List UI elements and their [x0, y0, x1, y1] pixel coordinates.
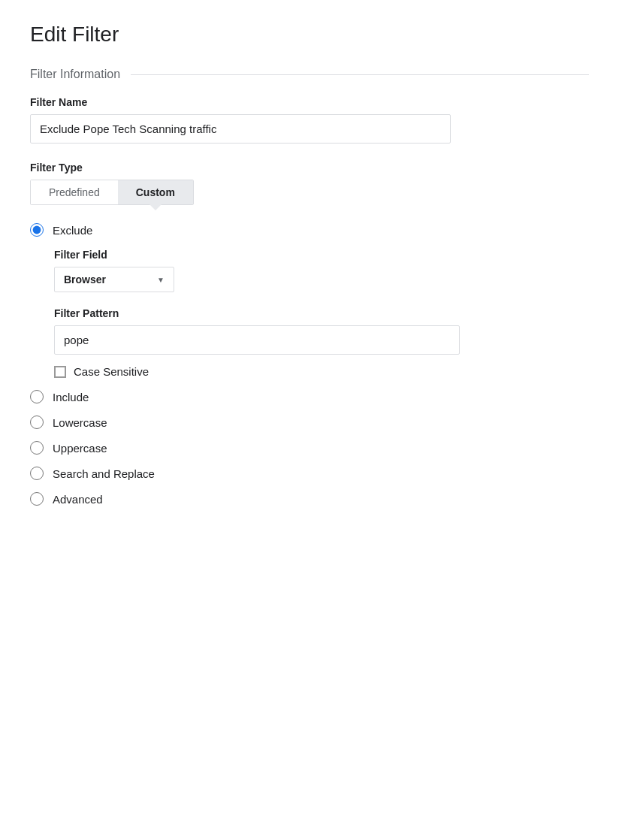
case-sensitive-row[interactable]: Case Sensitive: [54, 365, 589, 378]
radio-advanced[interactable]: Advanced: [30, 492, 589, 506]
filter-pattern-input[interactable]: [54, 325, 460, 355]
radio-include[interactable]: Include: [30, 390, 589, 403]
case-sensitive-label: Case Sensitive: [74, 365, 149, 378]
radio-uppercase-label: Uppercase: [53, 442, 107, 455]
section-divider: [131, 74, 589, 75]
radio-uppercase[interactable]: Uppercase: [30, 441, 589, 455]
radio-exclude[interactable]: Exclude: [30, 223, 589, 237]
radio-uppercase-input[interactable]: [30, 441, 44, 455]
radio-include-label: Include: [53, 391, 89, 403]
dropdown-arrow-icon: ▼: [157, 276, 165, 284]
filter-name-group: Filter Name: [30, 96, 589, 144]
radio-exclude-label: Exclude: [53, 224, 92, 237]
radio-lowercase[interactable]: Lowercase: [30, 415, 589, 429]
radio-lowercase-label: Lowercase: [53, 416, 107, 429]
filter-name-label: Filter Name: [30, 96, 589, 108]
radio-search-replace-label: Search and Replace: [53, 467, 155, 480]
filter-type-tabs: Predefined Custom: [30, 180, 194, 205]
page-title: Edit Filter: [30, 23, 589, 47]
radio-advanced-label: Advanced: [53, 493, 103, 506]
tab-predefined[interactable]: Predefined: [31, 180, 118, 204]
filter-type-section: Filter Type Predefined Custom: [30, 162, 589, 205]
filter-type-label: Filter Type: [30, 162, 589, 174]
filter-information-section: Filter Information: [30, 68, 589, 81]
radio-advanced-input[interactable]: [30, 492, 44, 506]
filter-field-dropdown[interactable]: Browser ▼: [54, 267, 174, 292]
filter-name-input[interactable]: [30, 114, 451, 144]
radio-exclude-input[interactable]: [30, 223, 44, 237]
tab-custom[interactable]: Custom: [118, 180, 193, 204]
exclude-content: Filter Field Browser ▼ Filter Pattern Ca…: [54, 249, 589, 378]
filter-field-value: Browser: [64, 273, 106, 286]
section-label: Filter Information: [30, 68, 120, 81]
filter-field-label: Filter Field: [54, 249, 589, 261]
radio-search-replace-input[interactable]: [30, 467, 44, 480]
filter-pattern-label: Filter Pattern: [54, 307, 589, 319]
radio-include-input[interactable]: [30, 390, 44, 403]
radio-lowercase-input[interactable]: [30, 415, 44, 429]
radio-search-replace[interactable]: Search and Replace: [30, 467, 589, 480]
filter-type-radio-group: Exclude Filter Field Browser ▼ Filter Pa…: [30, 223, 589, 506]
case-sensitive-checkbox[interactable]: [54, 366, 66, 378]
